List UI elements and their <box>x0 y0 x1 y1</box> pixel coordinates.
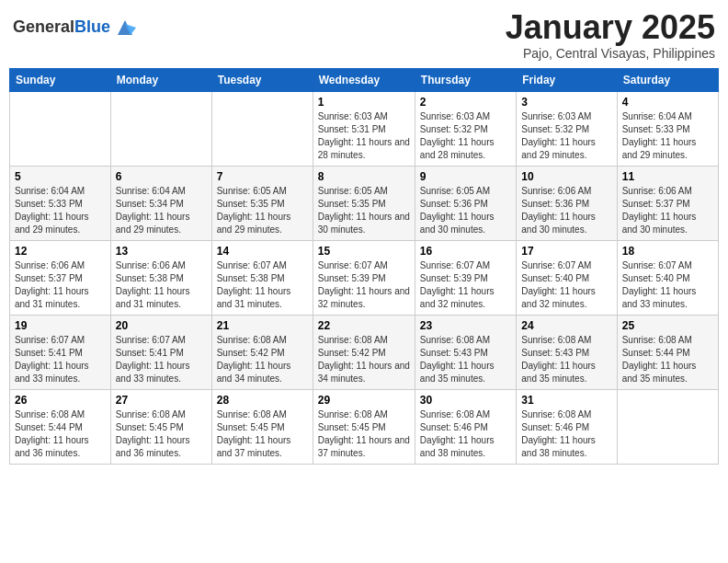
day-number: 7 <box>217 170 308 183</box>
weekday-header-row: SundayMondayTuesdayWednesdayThursdayFrid… <box>10 68 719 91</box>
calendar-cell: 5Sunrise: 6:04 AM Sunset: 5:33 PM Daylig… <box>10 166 111 240</box>
day-info: Sunrise: 6:07 AM Sunset: 5:40 PM Dayligh… <box>521 259 611 311</box>
day-info: Sunrise: 6:07 AM Sunset: 5:39 PM Dayligh… <box>318 259 410 311</box>
location-title: Pajo, Central Visayas, Philippines <box>506 46 715 61</box>
calendar-cell: 11Sunrise: 6:06 AM Sunset: 5:37 PM Dayli… <box>617 166 718 240</box>
calendar-cell: 24Sunrise: 6:08 AM Sunset: 5:43 PM Dayli… <box>517 315 617 389</box>
calendar-cell: 25Sunrise: 6:08 AM Sunset: 5:44 PM Dayli… <box>617 315 718 389</box>
logo-blue-text: Blue <box>74 17 110 36</box>
day-number: 14 <box>217 245 308 258</box>
day-number: 23 <box>420 319 511 332</box>
day-info: Sunrise: 6:08 AM Sunset: 5:42 PM Dayligh… <box>318 334 410 385</box>
calendar-cell: 30Sunrise: 6:08 AM Sunset: 5:46 PM Dayli… <box>415 389 516 464</box>
day-number: 2 <box>420 96 511 109</box>
week-row-3: 12Sunrise: 6:06 AM Sunset: 5:37 PM Dayli… <box>10 240 719 315</box>
day-info: Sunrise: 6:08 AM Sunset: 5:45 PM Dayligh… <box>217 408 308 460</box>
day-info: Sunrise: 6:05 AM Sunset: 5:36 PM Dayligh… <box>420 185 511 236</box>
week-row-1: 1Sunrise: 6:03 AM Sunset: 5:31 PM Daylig… <box>10 91 719 166</box>
day-number: 9 <box>420 170 511 183</box>
day-number: 5 <box>15 170 106 183</box>
calendar-cell: 14Sunrise: 6:07 AM Sunset: 5:38 PM Dayli… <box>211 240 313 315</box>
day-number: 17 <box>521 245 611 258</box>
day-number: 27 <box>116 394 207 407</box>
calendar-cell: 27Sunrise: 6:08 AM Sunset: 5:45 PM Dayli… <box>110 389 211 464</box>
day-info: Sunrise: 6:08 AM Sunset: 5:43 PM Dayligh… <box>521 334 611 385</box>
day-number: 15 <box>318 245 410 258</box>
day-number: 16 <box>420 245 511 258</box>
day-number: 28 <box>217 394 308 407</box>
calendar-cell: 29Sunrise: 6:08 AM Sunset: 5:45 PM Dayli… <box>313 389 415 464</box>
day-info: Sunrise: 6:03 AM Sunset: 5:32 PM Dayligh… <box>420 110 511 162</box>
day-number: 30 <box>420 394 511 407</box>
calendar-cell: 23Sunrise: 6:08 AM Sunset: 5:43 PM Dayli… <box>415 315 516 389</box>
day-number: 31 <box>521 394 611 407</box>
calendar-cell: 28Sunrise: 6:08 AM Sunset: 5:45 PM Dayli… <box>211 389 313 464</box>
day-number: 4 <box>622 96 713 109</box>
calendar-cell: 22Sunrise: 6:08 AM Sunset: 5:42 PM Dayli… <box>313 315 415 389</box>
calendar-cell: 13Sunrise: 6:06 AM Sunset: 5:38 PM Dayli… <box>110 240 211 315</box>
week-row-5: 26Sunrise: 6:08 AM Sunset: 5:44 PM Dayli… <box>10 389 719 464</box>
calendar-cell: 15Sunrise: 6:07 AM Sunset: 5:39 PM Dayli… <box>313 240 415 315</box>
day-info: Sunrise: 6:08 AM Sunset: 5:44 PM Dayligh… <box>622 334 713 385</box>
day-info: Sunrise: 6:06 AM Sunset: 5:36 PM Dayligh… <box>521 185 611 236</box>
calendar-table: SundayMondayTuesdayWednesdayThursdayFrid… <box>9 68 719 465</box>
logo-general-text: General <box>13 17 74 36</box>
day-number: 20 <box>116 319 207 332</box>
calendar-cell: 19Sunrise: 6:07 AM Sunset: 5:41 PM Dayli… <box>10 315 111 389</box>
calendar-cell: 2Sunrise: 6:03 AM Sunset: 5:32 PM Daylig… <box>415 91 516 166</box>
calendar-cell <box>211 91 313 166</box>
calendar-cell <box>617 389 718 464</box>
day-info: Sunrise: 6:04 AM Sunset: 5:33 PM Dayligh… <box>15 185 106 236</box>
calendar-cell: 12Sunrise: 6:06 AM Sunset: 5:37 PM Dayli… <box>10 240 111 315</box>
calendar-cell: 9Sunrise: 6:05 AM Sunset: 5:36 PM Daylig… <box>415 166 516 240</box>
day-info: Sunrise: 6:07 AM Sunset: 5:40 PM Dayligh… <box>622 259 713 311</box>
day-number: 13 <box>116 245 207 258</box>
calendar-cell: 26Sunrise: 6:08 AM Sunset: 5:44 PM Dayli… <box>10 389 111 464</box>
weekday-header-saturday: Saturday <box>617 68 718 91</box>
day-number: 24 <box>521 319 611 332</box>
day-info: Sunrise: 6:08 AM Sunset: 5:46 PM Dayligh… <box>420 408 511 460</box>
day-number: 22 <box>318 319 410 332</box>
calendar-cell: 4Sunrise: 6:04 AM Sunset: 5:33 PM Daylig… <box>617 91 718 166</box>
day-info: Sunrise: 6:06 AM Sunset: 5:37 PM Dayligh… <box>622 185 713 236</box>
day-number: 29 <box>318 394 410 407</box>
day-info: Sunrise: 6:06 AM Sunset: 5:38 PM Dayligh… <box>116 259 207 311</box>
day-info: Sunrise: 6:03 AM Sunset: 5:31 PM Dayligh… <box>318 110 410 162</box>
calendar-cell <box>10 91 111 166</box>
calendar-cell: 8Sunrise: 6:05 AM Sunset: 5:35 PM Daylig… <box>313 166 415 240</box>
day-number: 26 <box>15 394 106 407</box>
logo-icon <box>112 15 138 40</box>
week-row-4: 19Sunrise: 6:07 AM Sunset: 5:41 PM Dayli… <box>10 315 719 389</box>
day-info: Sunrise: 6:08 AM Sunset: 5:45 PM Dayligh… <box>318 408 410 460</box>
day-info: Sunrise: 6:08 AM Sunset: 5:42 PM Dayligh… <box>217 334 308 385</box>
weekday-header-friday: Friday <box>517 68 617 91</box>
weekday-header-wednesday: Wednesday <box>313 68 415 91</box>
day-number: 3 <box>521 96 611 109</box>
calendar-cell <box>110 91 211 166</box>
day-info: Sunrise: 6:06 AM Sunset: 5:37 PM Dayligh… <box>15 259 106 311</box>
day-info: Sunrise: 6:08 AM Sunset: 5:46 PM Dayligh… <box>521 408 611 460</box>
header: GeneralBlue January 2025 Pajo, Central V… <box>9 9 719 61</box>
calendar-cell: 3Sunrise: 6:03 AM Sunset: 5:32 PM Daylig… <box>517 91 617 166</box>
day-info: Sunrise: 6:08 AM Sunset: 5:43 PM Dayligh… <box>420 334 511 385</box>
calendar-cell: 20Sunrise: 6:07 AM Sunset: 5:41 PM Dayli… <box>110 315 211 389</box>
day-number: 1 <box>318 96 410 109</box>
calendar-cell: 10Sunrise: 6:06 AM Sunset: 5:36 PM Dayli… <box>517 166 617 240</box>
calendar-cell: 21Sunrise: 6:08 AM Sunset: 5:42 PM Dayli… <box>211 315 313 389</box>
day-number: 6 <box>116 170 207 183</box>
week-row-2: 5Sunrise: 6:04 AM Sunset: 5:33 PM Daylig… <box>10 166 719 240</box>
day-info: Sunrise: 6:07 AM Sunset: 5:38 PM Dayligh… <box>217 259 308 311</box>
weekday-header-tuesday: Tuesday <box>211 68 313 91</box>
day-info: Sunrise: 6:05 AM Sunset: 5:35 PM Dayligh… <box>318 185 410 236</box>
day-number: 11 <box>622 170 713 183</box>
day-number: 25 <box>622 319 713 332</box>
weekday-header-sunday: Sunday <box>10 68 111 91</box>
calendar-cell: 18Sunrise: 6:07 AM Sunset: 5:40 PM Dayli… <box>617 240 718 315</box>
calendar-cell: 6Sunrise: 6:04 AM Sunset: 5:34 PM Daylig… <box>110 166 211 240</box>
calendar-cell: 1Sunrise: 6:03 AM Sunset: 5:31 PM Daylig… <box>313 91 415 166</box>
title-area: January 2025 Pajo, Central Visayas, Phil… <box>506 9 715 61</box>
day-info: Sunrise: 6:07 AM Sunset: 5:41 PM Dayligh… <box>116 334 207 385</box>
weekday-header-thursday: Thursday <box>415 68 516 91</box>
calendar-cell: 7Sunrise: 6:05 AM Sunset: 5:35 PM Daylig… <box>211 166 313 240</box>
day-number: 10 <box>521 170 611 183</box>
